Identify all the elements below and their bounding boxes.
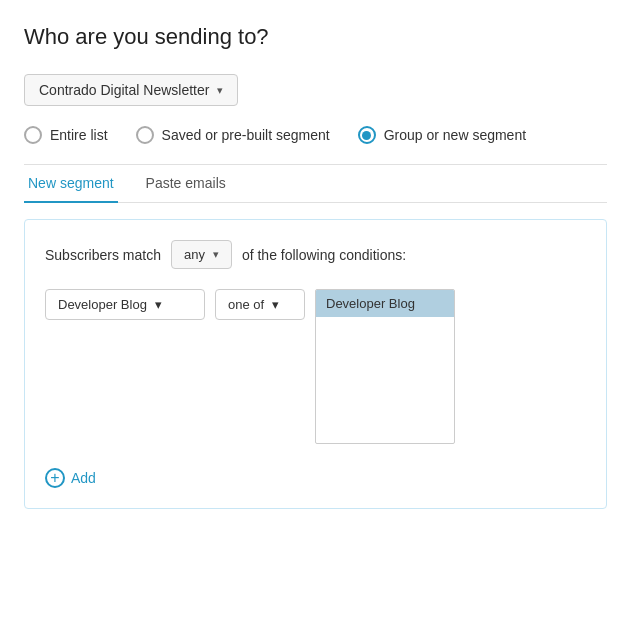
match-label: Subscribers match bbox=[45, 247, 161, 263]
tab-bar: New segment Paste emails bbox=[24, 165, 607, 203]
field-dropdown-label: Developer Blog bbox=[58, 297, 147, 312]
audience-dropdown[interactable]: Contrado Digital Newsletter ▾ bbox=[24, 74, 238, 106]
add-circle-icon: + bbox=[45, 468, 65, 488]
match-dropdown-chevron: ▾ bbox=[213, 248, 219, 261]
operator-dropdown-label: one of bbox=[228, 297, 264, 312]
add-button[interactable]: + Add bbox=[45, 468, 96, 488]
tab-paste-emails[interactable]: Paste emails bbox=[142, 165, 230, 203]
match-dropdown-label: any bbox=[184, 247, 205, 262]
radio-circle-entire-list bbox=[24, 126, 42, 144]
radio-saved-segment[interactable]: Saved or pre-built segment bbox=[136, 126, 330, 144]
field-dropdown[interactable]: Developer Blog ▾ bbox=[45, 289, 205, 320]
condition-row: Developer Blog ▾ one of ▾ Developer Blog bbox=[45, 289, 586, 444]
operator-dropdown[interactable]: one of ▾ bbox=[215, 289, 305, 320]
value-listbox[interactable]: Developer Blog bbox=[315, 289, 455, 444]
match-dropdown[interactable]: any ▾ bbox=[171, 240, 232, 269]
list-item[interactable]: Developer Blog bbox=[316, 290, 454, 317]
audience-dropdown-chevron: ▾ bbox=[217, 84, 223, 97]
radio-circle-saved-segment bbox=[136, 126, 154, 144]
radio-label-saved-segment: Saved or pre-built segment bbox=[162, 127, 330, 143]
operator-dropdown-chevron: ▾ bbox=[272, 297, 279, 312]
radio-label-group-segment: Group or new segment bbox=[384, 127, 526, 143]
segment-panel: Subscribers match any ▾ of the following… bbox=[24, 219, 607, 509]
conditions-header: Subscribers match any ▾ of the following… bbox=[45, 240, 586, 269]
page-title: Who are you sending to? bbox=[24, 24, 607, 50]
radio-circle-group-segment bbox=[358, 126, 376, 144]
audience-dropdown-label: Contrado Digital Newsletter bbox=[39, 82, 209, 98]
radio-label-entire-list: Entire list bbox=[50, 127, 108, 143]
radio-group-segment[interactable]: Group or new segment bbox=[358, 126, 526, 144]
radio-entire-list[interactable]: Entire list bbox=[24, 126, 108, 144]
field-dropdown-chevron: ▾ bbox=[155, 297, 162, 312]
add-label: Add bbox=[71, 470, 96, 486]
conditions-label: of the following conditions: bbox=[242, 247, 406, 263]
radio-group: Entire list Saved or pre-built segment G… bbox=[24, 126, 607, 144]
tab-new-segment[interactable]: New segment bbox=[24, 165, 118, 203]
